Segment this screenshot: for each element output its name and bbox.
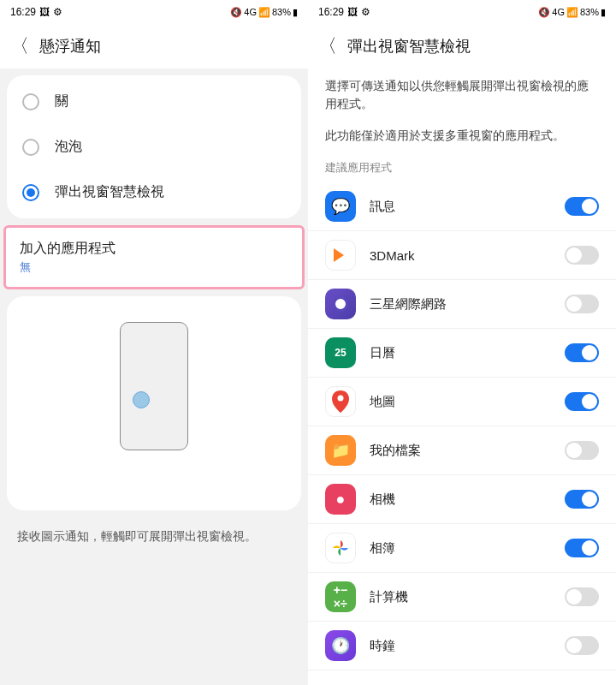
app-label: 地圖 [370, 394, 551, 410]
radio-label: 泡泡 [55, 138, 82, 156]
gear-icon: ⚙ [361, 6, 370, 18]
included-apps-value: 無 [20, 259, 288, 275]
radio-icon-selected [22, 184, 39, 201]
app-row-clock: 🕐 時鐘 [308, 622, 616, 670]
app-row-messages: 💬 訊息 [308, 182, 616, 231]
toggle-3dmark[interactable] [565, 246, 599, 265]
description-2: 此功能僅於適用於支援多重視窗的應用程式。 [308, 118, 616, 150]
toggle-calendar[interactable] [565, 343, 599, 362]
radio-bubble[interactable]: 泡泡 [7, 124, 301, 170]
toggle-clock[interactable] [565, 636, 599, 655]
toggle-calculator[interactable] [565, 587, 599, 606]
gear-icon: ⚙ [53, 6, 62, 18]
screenshot-icon: 🖼 [347, 6, 358, 18]
phone-mock-icon [120, 322, 188, 450]
app-label: 相簿 [370, 540, 551, 557]
google-photos-icon [325, 533, 356, 563]
app-label: 相機 [370, 491, 551, 508]
page-title: 懸浮通知 [39, 36, 101, 57]
status-time: 16:29 [10, 6, 36, 18]
google-maps-icon [325, 386, 356, 417]
status-time: 16:29 [318, 6, 344, 18]
mute-icon: 🔇 [230, 7, 242, 18]
app-label: 日曆 [370, 345, 551, 361]
status-bar: 16:29 🖼 ⚙ 🔇 4G 📶 83% ▮ [0, 0, 308, 24]
description-1: 選擇可傳送通知以供您輕觸展開彈出視窗檢視的應用程式。 [308, 68, 616, 118]
samsung-internet-icon [325, 289, 356, 319]
app-row-maps: 地圖 [308, 378, 616, 426]
toggle-my-files[interactable] [565, 441, 599, 460]
app-row-camera: ● 相機 [308, 475, 616, 524]
toggle-gallery[interactable] [565, 539, 599, 557]
screenshot-icon: 🖼 [39, 6, 50, 18]
clock-icon: 🕐 [325, 630, 356, 661]
app-row-samsung-internet: 三星網際網路 [308, 280, 616, 329]
signal-icon: 📶 [258, 7, 270, 18]
screen-smart-popup-view: 16:29 🖼 ⚙ 🔇 4G 📶 83% ▮ 〈 彈出視窗智慧檢視 選擇可傳送通… [308, 0, 616, 685]
signal-icon: 📶 [566, 7, 578, 18]
3dmark-icon [325, 240, 356, 271]
helper-text: 接收圖示通知，輕觸即可展開彈出視窗檢視。 [0, 517, 308, 557]
included-apps-row[interactable]: 加入的應用程式 無 [3, 225, 305, 289]
mute-icon: 🔇 [538, 7, 550, 18]
calculator-icon: +−×÷ [325, 581, 356, 612]
radio-smartpopup[interactable]: 彈出視窗智慧檢視 [7, 170, 301, 215]
page-title: 彈出視窗智慧檢視 [347, 36, 471, 57]
battery-pct: 83% [580, 7, 599, 17]
app-label: 訊息 [370, 199, 551, 215]
calendar-icon: 25 [325, 337, 356, 368]
network-icon: 4G [244, 7, 257, 17]
battery-icon: ▮ [601, 7, 606, 18]
radio-off[interactable]: 關 [7, 79, 301, 124]
camera-icon: ● [325, 484, 356, 515]
toggle-camera[interactable] [565, 490, 599, 509]
app-label: 計算機 [370, 589, 551, 605]
floating-dot-icon [133, 391, 150, 408]
app-label: 3DMark [370, 248, 551, 263]
radio-icon [22, 93, 39, 110]
battery-icon: ▮ [293, 7, 298, 18]
preview-illustration [7, 296, 301, 510]
section-suggested-apps: 建議應用程式 [308, 150, 616, 182]
toggle-maps[interactable] [565, 392, 599, 411]
status-bar: 16:29 🖼 ⚙ 🔇 4G 📶 83% ▮ [308, 0, 616, 24]
radio-icon [22, 139, 39, 156]
radio-label: 彈出視窗智慧檢視 [55, 183, 164, 201]
app-row-calculator: +−×÷ 計算機 [308, 573, 616, 622]
app-label: 時鐘 [370, 638, 551, 654]
app-label: 三星網際網路 [370, 296, 551, 313]
header: 〈 彈出視窗智慧檢視 [308, 24, 616, 68]
app-label: 我的檔案 [370, 443, 551, 459]
app-row-calendar: 25 日曆 [308, 329, 616, 378]
messages-icon: 💬 [325, 191, 356, 222]
network-icon: 4G [552, 7, 565, 17]
svg-point-0 [338, 396, 344, 402]
my-files-icon: 📁 [325, 435, 356, 466]
radio-label: 關 [55, 92, 68, 110]
toggle-messages[interactable] [565, 197, 599, 216]
notification-style-radiogroup: 關 泡泡 彈出視窗智慧檢視 [7, 75, 301, 218]
toggle-samsung-internet[interactable] [565, 295, 599, 313]
header: 〈 懸浮通知 [0, 24, 308, 68]
battery-pct: 83% [272, 7, 291, 17]
back-button[interactable]: 〈 [318, 33, 337, 59]
included-apps-title: 加入的應用程式 [20, 240, 288, 258]
back-button[interactable]: 〈 [10, 33, 29, 59]
app-row-3dmark: 3DMark [308, 231, 616, 280]
app-row-gallery: 相簿 [308, 524, 616, 573]
app-row-my-files: 📁 我的檔案 [308, 426, 616, 475]
screen-floating-notifications: 16:29 🖼 ⚙ 🔇 4G 📶 83% ▮ 〈 懸浮通知 關 泡泡 彈出視窗智… [0, 0, 308, 685]
